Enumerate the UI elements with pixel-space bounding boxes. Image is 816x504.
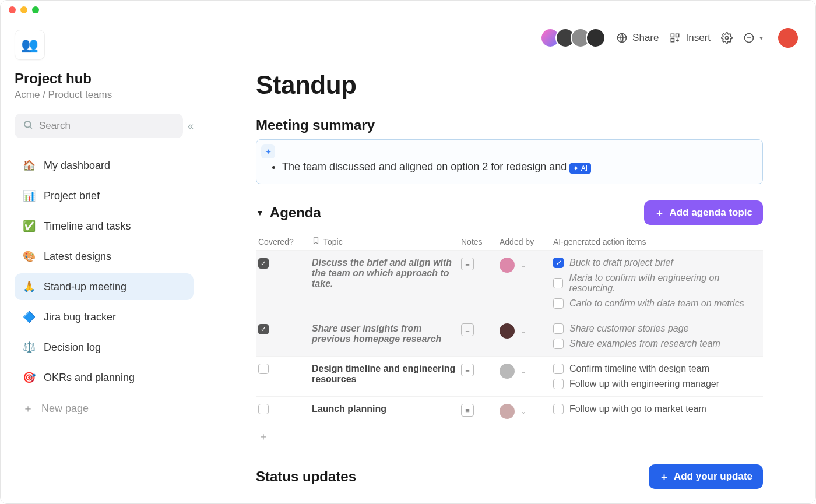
action-item-checkbox[interactable]: ✓ bbox=[553, 258, 564, 268]
sidebar-item-icon: ✅ bbox=[23, 220, 36, 232]
meeting-summary-box[interactable]: ✦ The team discussed and aligned on opti… bbox=[256, 139, 763, 184]
action-item-checkbox[interactable] bbox=[553, 379, 564, 389]
sidebar-item-icon: 🎯 bbox=[23, 371, 36, 384]
action-item-text: Share examples from research team bbox=[569, 339, 720, 349]
sparkle-icon[interactable]: ✦ bbox=[261, 144, 275, 158]
avatar[interactable] bbox=[586, 28, 606, 48]
avatar[interactable] bbox=[500, 364, 515, 379]
share-button[interactable]: Share bbox=[616, 32, 659, 44]
sidebar-item-label: My dashboard bbox=[44, 160, 110, 172]
grid-plus-icon bbox=[669, 32, 681, 44]
sidebar-item[interactable]: ✅Timeline and tasks bbox=[15, 213, 194, 239]
topic-cell[interactable]: Discuss the brief and align with the tea… bbox=[312, 258, 458, 289]
notes-icon[interactable]: ≡ bbox=[461, 323, 474, 336]
action-item-checkbox[interactable] bbox=[553, 364, 564, 374]
presence-avatars[interactable] bbox=[545, 28, 606, 48]
action-item-text: Share customer stories page bbox=[569, 323, 689, 334]
table-row: ✓Discuss the brief and align with the te… bbox=[256, 250, 763, 316]
action-item-checkbox[interactable] bbox=[553, 323, 564, 334]
action-item[interactable]: Share customer stories page bbox=[553, 323, 761, 334]
action-item[interactable]: Follow up with go to market team bbox=[553, 404, 761, 414]
page-title[interactable]: Standup bbox=[256, 71, 763, 100]
avatar[interactable] bbox=[500, 404, 515, 419]
notes-icon[interactable]: ≡ bbox=[461, 404, 474, 417]
sidebar-item-label: Stand-up meeting bbox=[44, 281, 126, 293]
svg-rect-3 bbox=[671, 34, 674, 37]
plus-icon: ＋ bbox=[655, 206, 664, 220]
chevron-down-icon[interactable]: ⌄ bbox=[520, 261, 526, 269]
covered-checkbox[interactable] bbox=[258, 404, 269, 414]
svg-rect-4 bbox=[676, 34, 679, 37]
chevron-down-icon[interactable]: ⌄ bbox=[520, 407, 526, 415]
action-item[interactable]: Maria to confirm with engineering on res… bbox=[553, 273, 761, 294]
action-item-text: Buck to draft project brief bbox=[569, 258, 673, 268]
covered-checkbox[interactable]: ✓ bbox=[258, 258, 269, 269]
action-item[interactable]: Confirm timeline with design team bbox=[553, 364, 761, 374]
sidebar-item-label: Timeline and tasks bbox=[44, 220, 131, 232]
page-content: Standup Meeting summary ✦ The team discu… bbox=[203, 57, 815, 503]
window-minimize-icon[interactable] bbox=[20, 6, 27, 13]
add-update-label: Add your update bbox=[674, 471, 752, 482]
col-added-by: Added by bbox=[500, 237, 550, 246]
gear-icon[interactable] bbox=[721, 32, 733, 44]
sidebar-item[interactable]: ⚖️Decision log bbox=[15, 334, 194, 361]
action-item-checkbox[interactable] bbox=[553, 404, 564, 414]
covered-checkbox[interactable] bbox=[258, 364, 269, 374]
action-item[interactable]: Carlo to confirm with data team on metri… bbox=[553, 298, 761, 309]
caret-down-icon[interactable]: ▼ bbox=[256, 208, 264, 217]
add-update-button[interactable]: ＋ Add your update bbox=[649, 464, 763, 489]
action-item-text: Follow up with go to market team bbox=[569, 404, 706, 414]
new-page-label: New page bbox=[41, 403, 89, 415]
action-item[interactable]: Follow up with engineering manager bbox=[553, 379, 761, 389]
add-agenda-button[interactable]: ＋ Add agenda topic bbox=[644, 200, 763, 225]
sidebar: 👥 Project hub Acme / Product teams Searc… bbox=[1, 19, 203, 503]
col-ai-items: AI-generated action items bbox=[553, 237, 761, 246]
action-item-text: Confirm timeline with design team bbox=[569, 364, 709, 374]
sidebar-item[interactable]: 🎨Latest designs bbox=[15, 243, 194, 270]
sidebar-item[interactable]: 🙏Stand-up meeting bbox=[15, 273, 194, 300]
sidebar-item[interactable]: 📊Project brief bbox=[15, 182, 194, 209]
svg-point-6 bbox=[726, 37, 729, 40]
search-icon bbox=[23, 119, 33, 133]
sidebar-item[interactable]: 🏠My dashboard bbox=[15, 152, 194, 179]
add-agenda-label: Add agenda topic bbox=[669, 207, 752, 218]
avatar[interactable] bbox=[500, 323, 515, 339]
action-item[interactable]: ✓Buck to draft project brief bbox=[553, 258, 761, 268]
chevron-down-icon[interactable]: ⌄ bbox=[520, 327, 526, 335]
ai-badge[interactable]: ✦ AI bbox=[569, 163, 591, 174]
sidebar-item-label: OKRs and planning bbox=[44, 372, 135, 384]
sidebar-item-icon: ⚖️ bbox=[23, 341, 36, 354]
new-page-button[interactable]: ＋ New page bbox=[15, 397, 194, 420]
workspace-icon[interactable]: 👥 bbox=[15, 30, 45, 60]
col-covered: Covered? bbox=[258, 237, 308, 246]
action-item-checkbox[interactable] bbox=[553, 278, 563, 288]
topic-cell[interactable]: Launch planning bbox=[312, 404, 458, 414]
meeting-summary-heading: Meeting summary bbox=[256, 117, 763, 133]
sidebar-item[interactable]: 🎯OKRs and planning bbox=[15, 364, 194, 391]
avatar[interactable] bbox=[500, 258, 515, 273]
topic-cell[interactable]: Design timeline and engineering resource… bbox=[312, 364, 458, 385]
insert-button[interactable]: Insert bbox=[669, 32, 711, 44]
summary-bullet[interactable]: The team discussed and aligned on option… bbox=[282, 161, 752, 173]
search-input[interactable]: Search bbox=[15, 114, 183, 138]
action-item-checkbox[interactable] bbox=[553, 298, 564, 309]
collapse-sidebar-icon[interactable]: « bbox=[188, 120, 194, 132]
topic-cell[interactable]: Share user insights from previous homepa… bbox=[312, 323, 458, 344]
action-item-checkbox[interactable] bbox=[553, 339, 564, 349]
notes-icon[interactable]: ≡ bbox=[461, 364, 474, 376]
sidebar-item[interactable]: 🔷Jira bug tracker bbox=[15, 304, 194, 330]
covered-checkbox[interactable]: ✓ bbox=[258, 324, 269, 334]
comment-icon bbox=[743, 32, 755, 44]
breadcrumb[interactable]: Acme / Product teams bbox=[15, 89, 194, 101]
plus-icon: ＋ bbox=[659, 470, 669, 484]
add-row-button[interactable]: ＋ bbox=[256, 426, 763, 447]
current-user-avatar[interactable] bbox=[777, 27, 799, 49]
comments-button[interactable]: ▾ bbox=[743, 32, 763, 44]
notes-icon[interactable]: ≡ bbox=[461, 258, 474, 270]
chevron-down-icon[interactable]: ⌄ bbox=[520, 367, 526, 375]
window-zoom-icon[interactable] bbox=[32, 6, 39, 13]
sidebar-item-label: Project brief bbox=[44, 190, 100, 202]
action-item[interactable]: Share examples from research team bbox=[553, 339, 761, 349]
sidebar-nav: 🏠My dashboard📊Project brief✅Timeline and… bbox=[15, 152, 194, 391]
window-close-icon[interactable] bbox=[9, 6, 16, 13]
